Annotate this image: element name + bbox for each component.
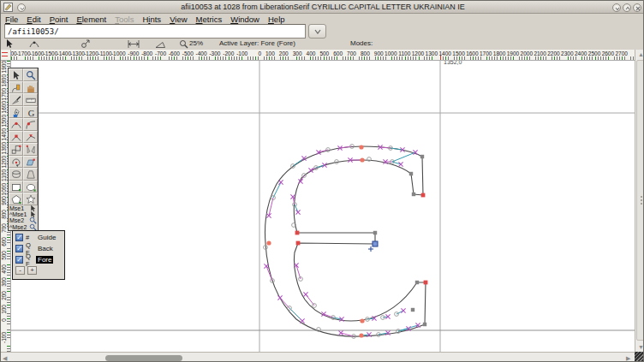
tool-add-tangent-point[interactable]: [23, 131, 38, 144]
tool-perspective[interactable]: [23, 168, 38, 181]
tool-pointer[interactable]: [9, 68, 23, 81]
tool-skew[interactable]: [23, 156, 38, 169]
corner-point-highlight: [295, 231, 300, 235]
extremum-point: [360, 157, 364, 162]
maximize-button[interactable]: [623, 3, 631, 12]
mouse-binding-label: ^Mse1: [9, 211, 29, 217]
scroll-right-icon[interactable]: ▶: [626, 355, 630, 361]
control-handle: [392, 152, 415, 162]
menu-metrics[interactable]: Metrics: [192, 15, 227, 24]
tool-scale[interactable]: [9, 143, 23, 156]
menu-view[interactable]: View: [165, 15, 191, 24]
vertical-scrollbar[interactable]: ▲ ▼: [635, 50, 644, 352]
glyph-search-row: [1, 24, 644, 40]
tool-scroll-hand[interactable]: [23, 81, 38, 94]
add-layer-button[interactable]: +: [27, 266, 37, 275]
layer-row-guide: ✓#Guide: [15, 233, 64, 242]
ruler-corner: [1, 50, 11, 61]
layer-visible-checkbox[interactable]: ✓: [15, 245, 23, 252]
tool-freehand[interactable]: [9, 81, 23, 94]
layer-name-guide[interactable]: Guide: [36, 234, 57, 241]
star-icon: [26, 194, 36, 205]
chevron-up-icon: [624, 5, 631, 12]
tool-magnify[interactable]: [23, 68, 38, 81]
add-hvcurve-point-icon: [26, 120, 36, 130]
scroll-left-icon[interactable]: ◀: [3, 355, 7, 361]
close-button[interactable]: [633, 3, 641, 12]
tool-pen[interactable]: [9, 106, 23, 119]
horizontal-scrollbar[interactable]: ◀ ▶: [1, 352, 635, 362]
remove-layer-button[interactable]: -: [15, 266, 25, 275]
scroll-up-icon[interactable]: ▲: [638, 51, 644, 57]
layer-visible-checkbox[interactable]: ✓: [15, 256, 23, 264]
horizontal-ruler[interactable]: -1800-1700-1600-1500-1400-1300-1200-1100…: [11, 50, 635, 61]
crosshair-cursor: [368, 246, 373, 252]
glyph-canvas[interactable]: 1352,0: [11, 61, 635, 352]
layer-name-back[interactable]: Back: [36, 245, 55, 252]
add-corner-point-icon: [11, 133, 21, 143]
control-point-x: [295, 210, 300, 214]
layer-row-fore: ✓Q FFore: [15, 255, 64, 264]
add-tangent-point-icon: [26, 133, 36, 143]
layers-palette: ✓#Guide✓Q FBack✓Q FFore -+: [12, 230, 65, 280]
glyph-outline-drawing: [11, 61, 635, 352]
tool-rectangle[interactable]: [9, 181, 23, 193]
shade-button[interactable]: [612, 3, 621, 12]
tool-rotate-3d[interactable]: [9, 168, 23, 181]
horizontal-scrollbar-thumb[interactable]: [105, 355, 182, 361]
menu-hints[interactable]: Hints: [138, 15, 165, 24]
add-curve-point-icon: [11, 120, 21, 130]
pointer-position-icon: [5, 39, 14, 49]
ellipse-icon: [26, 182, 36, 193]
tool-rotate[interactable]: [9, 156, 23, 169]
mouse-binding-label: Mse2: [9, 217, 29, 223]
tool-polygon[interactable]: [9, 193, 23, 205]
layer-name-fore[interactable]: Fore: [36, 256, 53, 264]
menu-help[interactable]: Help: [264, 15, 289, 24]
menu-edit[interactable]: Edit: [22, 15, 45, 24]
tool-add-curve-point[interactable]: [9, 118, 23, 131]
chevron-down-icon: [614, 5, 621, 12]
glyph-name-dropdown-button[interactable]: [308, 24, 326, 39]
pointer-icon: [11, 70, 21, 80]
tool-knife[interactable]: [9, 93, 23, 106]
magnify-icon: [26, 70, 36, 80]
resize-grip[interactable]: [635, 352, 644, 362]
menu-file[interactable]: File: [1, 15, 22, 24]
corner-point-highlight: [296, 241, 301, 246]
control-handle: [273, 182, 281, 198]
angle-icon: [155, 39, 166, 49]
menu-point[interactable]: Point: [45, 15, 73, 24]
menu-element[interactable]: Element: [72, 15, 110, 24]
mouse-binding-label: Mse1: [9, 205, 29, 211]
rotate-3d-icon: [11, 169, 21, 180]
knife-icon: [11, 95, 21, 105]
title-bar[interactable]: afii10053 at 1028 from LiberationSerif C…: [1, 1, 644, 14]
extremum-point: [359, 333, 363, 337]
corner-point: [411, 308, 414, 312]
vertical-scrollbar-thumb[interactable]: [636, 60, 644, 341]
menu-window[interactable]: Window: [226, 15, 264, 24]
rotate-icon: [11, 157, 21, 168]
corner-point: [423, 323, 426, 326]
scroll-down-icon[interactable]: ▼: [638, 344, 644, 350]
selected-point: [373, 241, 378, 246]
ruler-icon: [26, 95, 36, 105]
layer-visible-checkbox[interactable]: ✓: [15, 234, 23, 241]
tool-star[interactable]: [23, 193, 38, 205]
freehand-icon: [11, 83, 21, 93]
glyph-name-input[interactable]: [4, 24, 306, 39]
tool-add-hvcurve-point[interactable]: [23, 118, 38, 131]
tool-ellipse[interactable]: [23, 181, 38, 193]
tool-spiro[interactable]: G: [23, 106, 38, 119]
flip-icon: [26, 145, 36, 155]
distance-icon: [128, 39, 140, 49]
corner-point-highlight: [424, 281, 428, 285]
active-layer-label: Active Layer: Fore (Fore): [219, 39, 295, 47]
tool-ruler[interactable]: [23, 93, 38, 106]
modes-label: Modes:: [350, 39, 373, 47]
tool-flip[interactable]: [23, 143, 38, 156]
control-point-x: [401, 308, 405, 312]
tool-add-corner-point[interactable]: [9, 131, 23, 144]
fontforge-glyph-window: afii10053 at 1028 from LiberationSerif C…: [0, 0, 644, 362]
